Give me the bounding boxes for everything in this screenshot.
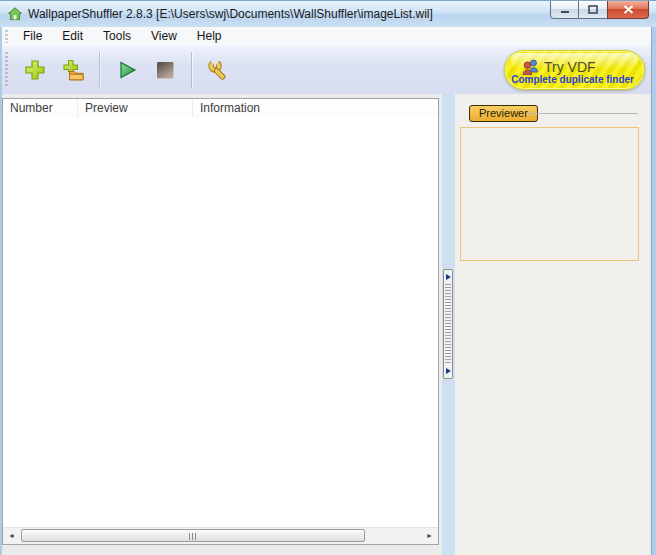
menu-file[interactable]: File bbox=[13, 27, 52, 46]
app-house-icon bbox=[7, 6, 23, 22]
menu-help[interactable]: Help bbox=[187, 27, 232, 46]
column-header-information[interactable]: Information bbox=[193, 99, 438, 117]
panel-splitter[interactable] bbox=[442, 94, 455, 555]
settings-button[interactable] bbox=[203, 54, 235, 86]
window-controls bbox=[550, 1, 649, 19]
title-bar[interactable]: WallpaperShuffler 2.8.3 [E:\Users\swj\Do… bbox=[0, 1, 656, 28]
preview-image-box bbox=[460, 127, 639, 261]
horizontal-scrollbar[interactable]: ◄ ► bbox=[3, 527, 438, 544]
stop-shuffle-button[interactable] bbox=[149, 54, 181, 86]
menu-edit[interactable]: Edit bbox=[52, 27, 93, 46]
menu-bar: File Edit Tools View Help bbox=[2, 27, 651, 47]
content-area: Number Preview Information ◄ ► Previewer bbox=[2, 94, 651, 555]
list-body-empty[interactable] bbox=[3, 117, 438, 528]
splitter-dots bbox=[445, 284, 451, 364]
scroll-left-arrow-icon[interactable]: ◄ bbox=[4, 528, 19, 543]
menu-tools[interactable]: Tools bbox=[93, 27, 141, 46]
menu-gripper bbox=[5, 30, 8, 43]
collapse-arrow-icon bbox=[446, 368, 451, 374]
folder-plus-icon bbox=[61, 58, 85, 82]
toolbar: Try VDF Complete duplicate finder bbox=[2, 46, 651, 95]
splitter-collapse-handle[interactable] bbox=[443, 269, 453, 379]
maximize-icon bbox=[588, 5, 598, 14]
collapse-arrow-icon bbox=[446, 274, 451, 280]
window-border-right bbox=[651, 27, 656, 555]
minimize-icon bbox=[560, 5, 570, 14]
minimize-button[interactable] bbox=[550, 1, 579, 19]
wrench-icon bbox=[207, 58, 231, 82]
maximize-button[interactable] bbox=[579, 1, 607, 19]
plus-icon bbox=[23, 58, 47, 82]
column-header-number[interactable]: Number bbox=[3, 99, 78, 117]
scrollbar-grip-icon bbox=[189, 533, 197, 540]
toolbar-separator bbox=[191, 52, 193, 88]
add-image-button[interactable] bbox=[19, 54, 51, 86]
toolbar-separator bbox=[99, 52, 101, 88]
try-vdf-label: Try VDF bbox=[544, 59, 596, 75]
stop-icon bbox=[153, 58, 177, 82]
close-icon bbox=[623, 5, 634, 14]
start-shuffle-button[interactable] bbox=[111, 54, 143, 86]
previewer-panel: Previewer bbox=[455, 94, 649, 555]
column-header-preview[interactable]: Preview bbox=[78, 99, 193, 117]
window-title: WallpaperShuffler 2.8.3 [E:\Users\swj\Do… bbox=[28, 7, 433, 21]
menu-view[interactable]: View bbox=[141, 27, 187, 46]
image-list-panel: Number Preview Information ◄ ► bbox=[2, 98, 439, 545]
play-icon bbox=[115, 58, 139, 82]
try-vdf-sublabel: Complete duplicate finder bbox=[511, 74, 634, 85]
close-button[interactable] bbox=[607, 1, 649, 19]
previewer-divider bbox=[526, 113, 638, 114]
wallpapershuffler-window: WallpaperShuffler 2.8.3 [E:\Users\swj\Do… bbox=[0, 0, 656, 555]
scroll-right-arrow-icon[interactable]: ► bbox=[422, 528, 437, 543]
try-vdf-button[interactable]: Try VDF Complete duplicate finder bbox=[504, 50, 645, 90]
scrollbar-thumb[interactable] bbox=[21, 529, 365, 542]
toolbar-gripper bbox=[5, 52, 8, 88]
add-folder-button[interactable] bbox=[57, 54, 89, 86]
list-header: Number Preview Information bbox=[3, 99, 438, 118]
